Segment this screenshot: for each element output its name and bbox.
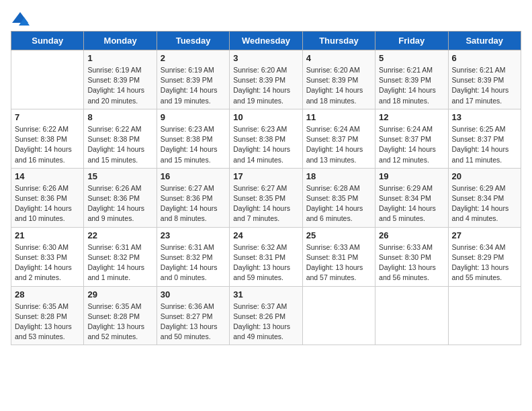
day-info: Sunrise: 6:37 AM Sunset: 8:26 PM Dayligh… [233, 302, 298, 342]
day-info: Sunrise: 6:22 AM Sunset: 8:38 PM Dayligh… [15, 124, 80, 165]
calendar-cell: 19Sunrise: 6:29 AM Sunset: 8:34 PM Dayli… [375, 168, 448, 227]
day-number: 27 [452, 230, 517, 240]
day-info: Sunrise: 6:19 AM Sunset: 8:39 PM Dayligh… [161, 65, 226, 106]
day-number: 4 [306, 53, 371, 63]
day-info: Sunrise: 6:32 AM Sunset: 8:31 PM Dayligh… [233, 242, 298, 283]
day-number: 1 [87, 53, 152, 63]
day-number: 31 [233, 289, 298, 300]
calendar-cell: 8Sunrise: 6:22 AM Sunset: 8:38 PM Daylig… [84, 109, 157, 168]
calendar-cell: 29Sunrise: 6:35 AM Sunset: 8:28 PM Dayli… [84, 286, 157, 345]
calendar-cell: 2Sunrise: 6:19 AM Sunset: 8:39 PM Daylig… [157, 50, 229, 109]
day-number: 10 [233, 112, 298, 122]
day-number: 13 [452, 112, 517, 122]
day-number: 8 [87, 112, 152, 122]
day-number: 3 [233, 53, 298, 63]
calendar-week-row: 1Sunrise: 6:19 AM Sunset: 8:39 PM Daylig… [11, 50, 521, 109]
day-number: 2 [161, 53, 226, 63]
calendar-cell: 31Sunrise: 6:37 AM Sunset: 8:26 PM Dayli… [230, 286, 302, 345]
calendar-cell: 21Sunrise: 6:30 AM Sunset: 8:33 PM Dayli… [11, 227, 84, 286]
calendar-cell: 18Sunrise: 6:28 AM Sunset: 8:35 PM Dayli… [302, 168, 375, 227]
day-number: 30 [161, 289, 226, 300]
day-number: 29 [87, 289, 152, 300]
day-number: 15 [87, 171, 152, 181]
day-header-wednesday: Wednesday [230, 32, 302, 50]
calendar-cell [11, 50, 84, 109]
day-info: Sunrise: 6:20 AM Sunset: 8:39 PM Dayligh… [306, 65, 371, 106]
day-header-saturday: Saturday [448, 32, 521, 50]
calendar-cell: 26Sunrise: 6:33 AM Sunset: 8:30 PM Dayli… [375, 227, 448, 286]
day-info: Sunrise: 6:33 AM Sunset: 8:30 PM Dayligh… [379, 242, 444, 283]
day-number: 19 [379, 171, 444, 181]
day-info: Sunrise: 6:26 AM Sunset: 8:36 PM Dayligh… [87, 183, 152, 224]
calendar-cell: 9Sunrise: 6:23 AM Sunset: 8:38 PM Daylig… [157, 109, 229, 168]
day-number: 28 [15, 289, 80, 300]
calendar-cell: 12Sunrise: 6:24 AM Sunset: 8:37 PM Dayli… [375, 109, 448, 168]
day-header-friday: Friday [375, 32, 448, 50]
day-number: 25 [306, 230, 371, 240]
day-header-thursday: Thursday [302, 32, 375, 50]
calendar-cell: 16Sunrise: 6:27 AM Sunset: 8:36 PM Dayli… [157, 168, 229, 227]
day-info: Sunrise: 6:29 AM Sunset: 8:34 PM Dayligh… [379, 183, 444, 224]
day-header-monday: Monday [84, 32, 157, 50]
calendar-cell: 22Sunrise: 6:31 AM Sunset: 8:32 PM Dayli… [84, 227, 157, 286]
calendar-cell: 7Sunrise: 6:22 AM Sunset: 8:38 PM Daylig… [11, 109, 84, 168]
calendar-cell: 1Sunrise: 6:19 AM Sunset: 8:39 PM Daylig… [84, 50, 157, 109]
day-info: Sunrise: 6:26 AM Sunset: 8:36 PM Dayligh… [15, 183, 80, 224]
page-header [11, 11, 521, 26]
calendar-cell: 20Sunrise: 6:29 AM Sunset: 8:34 PM Dayli… [448, 168, 521, 227]
day-info: Sunrise: 6:23 AM Sunset: 8:38 PM Dayligh… [233, 124, 298, 165]
calendar-cell: 13Sunrise: 6:25 AM Sunset: 8:37 PM Dayli… [448, 109, 521, 168]
day-number: 6 [452, 53, 517, 63]
calendar-cell: 4Sunrise: 6:20 AM Sunset: 8:39 PM Daylig… [302, 50, 375, 109]
day-info: Sunrise: 6:25 AM Sunset: 8:37 PM Dayligh… [452, 124, 517, 165]
day-number: 5 [379, 53, 444, 63]
day-header-tuesday: Tuesday [157, 32, 229, 50]
day-info: Sunrise: 6:27 AM Sunset: 8:36 PM Dayligh… [161, 183, 226, 224]
calendar-cell: 24Sunrise: 6:32 AM Sunset: 8:31 PM Dayli… [230, 227, 302, 286]
day-number: 26 [379, 230, 444, 240]
calendar-cell: 30Sunrise: 6:36 AM Sunset: 8:27 PM Dayli… [157, 286, 229, 345]
day-number: 9 [161, 112, 226, 122]
calendar-cell: 28Sunrise: 6:35 AM Sunset: 8:28 PM Dayli… [11, 286, 84, 345]
day-number: 12 [379, 112, 444, 122]
calendar-week-row: 7Sunrise: 6:22 AM Sunset: 8:38 PM Daylig… [11, 109, 521, 168]
day-number: 7 [15, 112, 80, 122]
day-info: Sunrise: 6:29 AM Sunset: 8:34 PM Dayligh… [452, 183, 517, 224]
calendar-week-row: 14Sunrise: 6:26 AM Sunset: 8:36 PM Dayli… [11, 168, 521, 227]
day-number: 21 [15, 230, 80, 240]
logo-icon [11, 11, 30, 26]
calendar-cell: 6Sunrise: 6:21 AM Sunset: 8:39 PM Daylig… [448, 50, 521, 109]
day-info: Sunrise: 6:27 AM Sunset: 8:35 PM Dayligh… [233, 183, 298, 224]
calendar-cell: 27Sunrise: 6:34 AM Sunset: 8:29 PM Dayli… [448, 227, 521, 286]
day-info: Sunrise: 6:23 AM Sunset: 8:38 PM Dayligh… [161, 124, 226, 165]
day-info: Sunrise: 6:34 AM Sunset: 8:29 PM Dayligh… [452, 242, 517, 283]
day-info: Sunrise: 6:33 AM Sunset: 8:31 PM Dayligh… [306, 242, 371, 283]
day-number: 23 [161, 230, 226, 240]
calendar-table: SundayMondayTuesdayWednesdayThursdayFrid… [11, 31, 521, 345]
day-info: Sunrise: 6:35 AM Sunset: 8:28 PM Dayligh… [87, 302, 152, 342]
day-info: Sunrise: 6:24 AM Sunset: 8:37 PM Dayligh… [379, 124, 444, 165]
calendar-cell [302, 286, 375, 345]
day-number: 24 [233, 230, 298, 240]
day-number: 22 [87, 230, 152, 240]
calendar-week-row: 28Sunrise: 6:35 AM Sunset: 8:28 PM Dayli… [11, 286, 521, 345]
day-info: Sunrise: 6:21 AM Sunset: 8:39 PM Dayligh… [452, 65, 517, 106]
logo [11, 11, 32, 26]
day-number: 17 [233, 171, 298, 181]
calendar-cell: 3Sunrise: 6:20 AM Sunset: 8:39 PM Daylig… [230, 50, 302, 109]
day-info: Sunrise: 6:24 AM Sunset: 8:37 PM Dayligh… [306, 124, 371, 165]
calendar-cell: 23Sunrise: 6:31 AM Sunset: 8:32 PM Dayli… [157, 227, 229, 286]
day-header-sunday: Sunday [11, 32, 84, 50]
day-number: 14 [15, 171, 80, 181]
day-info: Sunrise: 6:20 AM Sunset: 8:39 PM Dayligh… [233, 65, 298, 106]
day-number: 11 [306, 112, 371, 122]
calendar-cell: 17Sunrise: 6:27 AM Sunset: 8:35 PM Dayli… [230, 168, 302, 227]
calendar-cell [375, 286, 448, 345]
day-info: Sunrise: 6:21 AM Sunset: 8:39 PM Dayligh… [379, 65, 444, 106]
day-info: Sunrise: 6:35 AM Sunset: 8:28 PM Dayligh… [15, 302, 80, 342]
day-number: 18 [306, 171, 371, 181]
calendar-cell: 14Sunrise: 6:26 AM Sunset: 8:36 PM Dayli… [11, 168, 84, 227]
day-info: Sunrise: 6:19 AM Sunset: 8:39 PM Dayligh… [87, 65, 152, 106]
day-info: Sunrise: 6:31 AM Sunset: 8:32 PM Dayligh… [87, 242, 152, 283]
calendar-header-row: SundayMondayTuesdayWednesdayThursdayFrid… [11, 32, 521, 50]
